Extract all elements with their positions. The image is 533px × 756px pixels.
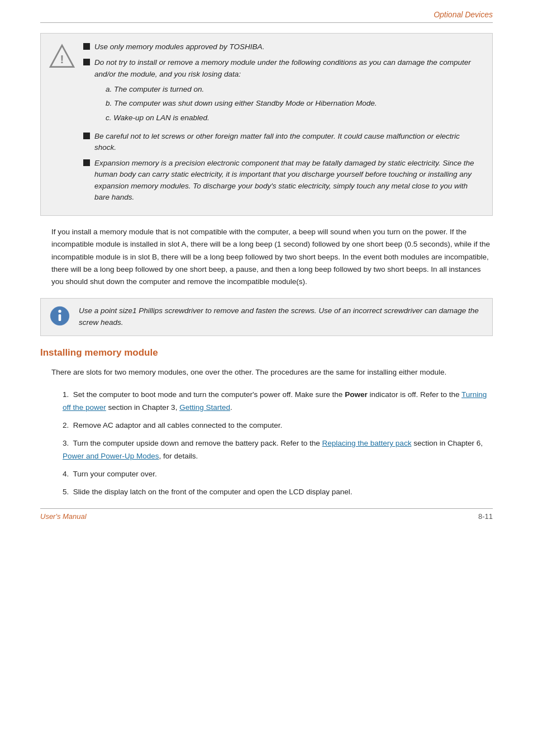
svg-point-3 bbox=[58, 310, 61, 313]
header-title: Optional Devices bbox=[434, 10, 493, 19]
svg-text:!: ! bbox=[60, 53, 64, 65]
info-box: Use a point size1 Phillips screwdriver t… bbox=[40, 298, 493, 336]
step-2: 2. Remove AC adaptor and all cables conn… bbox=[63, 419, 493, 432]
footer-left: User's Manual bbox=[40, 512, 87, 521]
page-header: Optional Devices bbox=[40, 10, 493, 23]
section-intro: There are slots for two memory modules, … bbox=[51, 366, 493, 379]
warning-subitem-c: c. Wake-up on LAN is enabled. bbox=[106, 112, 483, 124]
info-icon bbox=[47, 305, 72, 327]
step-4-text: Turn your computer over. bbox=[73, 470, 157, 478]
bullet-square-icon bbox=[83, 133, 90, 139]
warning-bullet-3: Be careful not to let screws or other fo… bbox=[83, 131, 483, 154]
power-modes-link[interactable]: Power and Power-Up Modes bbox=[63, 452, 159, 460]
warning-subitem-b: b. The computer was shut down using eith… bbox=[106, 97, 483, 110]
svg-rect-4 bbox=[59, 314, 61, 321]
step-5-text: Slide the display latch on the front of … bbox=[73, 488, 353, 496]
turning-off-power-link[interactable]: Turning off the power bbox=[63, 390, 487, 411]
warning-bullet-4-text: Expansion memory is a precision electron… bbox=[94, 158, 483, 203]
warning-content: Use only memory modules approved by TOSH… bbox=[83, 41, 483, 207]
bullet-square-icon bbox=[83, 159, 90, 166]
footer-right: 8-11 bbox=[478, 512, 493, 521]
step-5: 5. Slide the display latch on the front … bbox=[63, 486, 493, 498]
section-heading: Installing memory module bbox=[40, 347, 493, 358]
warning-bullet-1: Use only memory modules approved by TOSH… bbox=[83, 41, 483, 53]
step-1: 1. Set the computer to boot mode and tur… bbox=[63, 389, 493, 414]
replacing-battery-link[interactable]: Replacing the battery pack bbox=[322, 439, 412, 447]
steps-list: 1. Set the computer to boot mode and tur… bbox=[63, 389, 493, 498]
getting-started-link[interactable]: Getting Started bbox=[179, 403, 230, 412]
step-3: 3. Turn the computer upside down and rem… bbox=[63, 437, 493, 462]
step-1-bold: Power bbox=[345, 390, 368, 399]
step-1-number: 1. bbox=[63, 390, 73, 399]
warning-triangle-icon: ! bbox=[49, 42, 75, 69]
body-paragraph: If you install a memory module that is n… bbox=[51, 226, 493, 288]
warning-bullet-2: Do not try to install or remove a memory… bbox=[83, 57, 483, 126]
bullet-square-icon bbox=[83, 43, 90, 50]
info-text: Use a point size1 Phillips screwdriver t… bbox=[79, 305, 483, 329]
step-4: 4. Turn your computer over. bbox=[63, 468, 493, 480]
step-2-number: 2. bbox=[63, 421, 73, 429]
step-5-number: 5. bbox=[63, 488, 73, 496]
warning-box: ! Use only memory modules approved by TO… bbox=[40, 33, 493, 216]
warning-icon: ! bbox=[47, 41, 77, 207]
warning-sub-list: a. The computer is turned on. b. The com… bbox=[106, 83, 483, 124]
warning-bullet-1-text: Use only memory modules approved by TOSH… bbox=[94, 41, 264, 53]
step-4-number: 4. bbox=[63, 470, 73, 478]
step-2-text: Remove AC adaptor and all cables connect… bbox=[73, 421, 282, 429]
info-circle-icon bbox=[49, 305, 70, 327]
warning-subitem-a: a. The computer is turned on. bbox=[106, 83, 483, 96]
page-footer: User's Manual 8-11 bbox=[40, 508, 493, 521]
warning-bullet-3-text: Be careful not to let screws or other fo… bbox=[94, 131, 483, 154]
warning-bullet-4: Expansion memory is a precision electron… bbox=[83, 158, 483, 203]
warning-bullet-2-text: Do not try to install or remove a memory… bbox=[94, 58, 471, 78]
step-3-number: 3. bbox=[63, 439, 73, 447]
bullet-square-icon bbox=[83, 59, 90, 65]
